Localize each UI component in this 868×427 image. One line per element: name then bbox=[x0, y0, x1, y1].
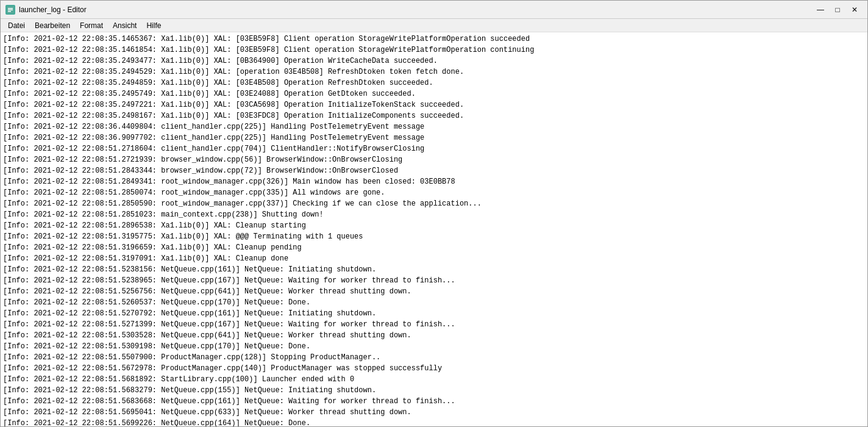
menu-ansicht[interactable]: Ansicht bbox=[108, 19, 141, 32]
svg-rect-1 bbox=[8, 8, 13, 9]
log-line: [Info: 2021-02-12 22:08:35.2494859: Xa1.… bbox=[3, 77, 865, 88]
log-line: [Info: 2021-02-12 22:08:51.2849341: root… bbox=[3, 176, 865, 187]
menu-datei[interactable]: Datei bbox=[3, 19, 30, 32]
log-line: [Info: 2021-02-12 22:08:35.2494529: Xa1.… bbox=[3, 66, 865, 77]
log-line: [Info: 2021-02-12 22:08:35.2495749: Xa1.… bbox=[3, 88, 865, 99]
log-line: [Info: 2021-02-12 22:08:51.2850590: root… bbox=[3, 198, 865, 209]
window-controls: — □ ✕ bbox=[813, 4, 863, 16]
log-line: [Info: 2021-02-12 22:08:51.5271399: NetQ… bbox=[3, 319, 865, 330]
log-line: [Info: 2021-02-12 22:08:51.5683668: NetQ… bbox=[3, 396, 865, 407]
log-line: [Info: 2021-02-12 22:08:51.2896538: Xa1.… bbox=[3, 220, 865, 231]
log-content[interactable]: [Info: 2021-02-12 22:08:35.1465367: Xa1.… bbox=[1, 32, 867, 426]
log-line: [Info: 2021-02-12 22:08:51.5260537: NetQ… bbox=[3, 297, 865, 308]
log-line: [Info: 2021-02-12 22:08:51.3197091: Xa1.… bbox=[3, 253, 865, 264]
svg-rect-2 bbox=[8, 9, 13, 10]
menu-bearbeiten[interactable]: Bearbeiten bbox=[30, 19, 75, 32]
log-line: [Info: 2021-02-12 22:08:51.2851023: main… bbox=[3, 209, 865, 220]
log-line: [Info: 2021-02-12 22:08:51.5681892: Star… bbox=[3, 374, 865, 385]
minimize-button[interactable]: — bbox=[813, 4, 828, 16]
log-line: [Info: 2021-02-12 22:08:36.9097702: clie… bbox=[3, 132, 865, 143]
main-window: launcher_log - Editor — □ ✕ Datei Bearbe… bbox=[0, 0, 868, 427]
log-line: [Info: 2021-02-12 22:08:35.1465367: Xa1.… bbox=[3, 34, 865, 45]
log-line: [Info: 2021-02-12 22:08:51.2721939: brow… bbox=[3, 154, 865, 165]
log-line: [Info: 2021-02-12 22:08:51.5309198: NetQ… bbox=[3, 341, 865, 352]
log-line: [Info: 2021-02-12 22:08:51.3196659: Xa1.… bbox=[3, 242, 865, 253]
svg-rect-3 bbox=[8, 11, 11, 12]
content-area: [Info: 2021-02-12 22:08:35.1465367: Xa1.… bbox=[1, 32, 867, 426]
log-line: [Info: 2021-02-12 22:08:51.3195775: Xa1.… bbox=[3, 231, 865, 242]
log-line: [Info: 2021-02-12 22:08:51.5238965: NetQ… bbox=[3, 275, 865, 286]
log-line: [Info: 2021-02-12 22:08:51.5695041: NetQ… bbox=[3, 407, 865, 418]
log-line: [Info: 2021-02-12 22:08:51.2850074: root… bbox=[3, 187, 865, 198]
menu-bar: Datei Bearbeiten Format Ansicht Hilfe bbox=[1, 19, 867, 32]
title-bar-left: launcher_log - Editor bbox=[5, 5, 87, 15]
log-line: [Info: 2021-02-12 22:08:51.5256756: NetQ… bbox=[3, 286, 865, 297]
menu-hilfe[interactable]: Hilfe bbox=[141, 19, 166, 32]
window-title: launcher_log - Editor bbox=[19, 5, 87, 14]
log-line: [Info: 2021-02-12 22:08:35.1461854: Xa1.… bbox=[3, 45, 865, 56]
log-line: [Info: 2021-02-12 22:08:51.5303528: NetQ… bbox=[3, 330, 865, 341]
log-line: [Info: 2021-02-12 22:08:51.2843344: brow… bbox=[3, 165, 865, 176]
maximize-button[interactable]: □ bbox=[830, 4, 845, 16]
log-line: [Info: 2021-02-12 22:08:51.5507900: Prod… bbox=[3, 352, 865, 363]
log-line: [Info: 2021-02-12 22:08:51.5672978: Prod… bbox=[3, 363, 865, 374]
log-line: [Info: 2021-02-12 22:08:36.4409804: clie… bbox=[3, 121, 865, 132]
log-line: [Info: 2021-02-12 22:08:51.5683279: NetQ… bbox=[3, 385, 865, 396]
close-button[interactable]: ✕ bbox=[847, 4, 863, 16]
log-line: [Info: 2021-02-12 22:08:35.2497221: Xa1.… bbox=[3, 99, 865, 110]
menu-format[interactable]: Format bbox=[75, 19, 108, 32]
log-line: [Info: 2021-02-12 22:08:51.5699226: NetQ… bbox=[3, 418, 865, 426]
log-line: [Info: 2021-02-12 22:08:51.2718604: clie… bbox=[3, 143, 865, 154]
app-icon bbox=[5, 5, 15, 15]
log-line: [Info: 2021-02-12 22:08:51.5270792: NetQ… bbox=[3, 308, 865, 319]
log-line: [Info: 2021-02-12 22:08:35.2493477: Xa1.… bbox=[3, 56, 865, 66]
log-line: [Info: 2021-02-12 22:08:35.2498167: Xa1.… bbox=[3, 110, 865, 121]
log-line: [Info: 2021-02-12 22:08:51.5238156: NetQ… bbox=[3, 264, 865, 275]
title-bar: launcher_log - Editor — □ ✕ bbox=[1, 1, 867, 19]
